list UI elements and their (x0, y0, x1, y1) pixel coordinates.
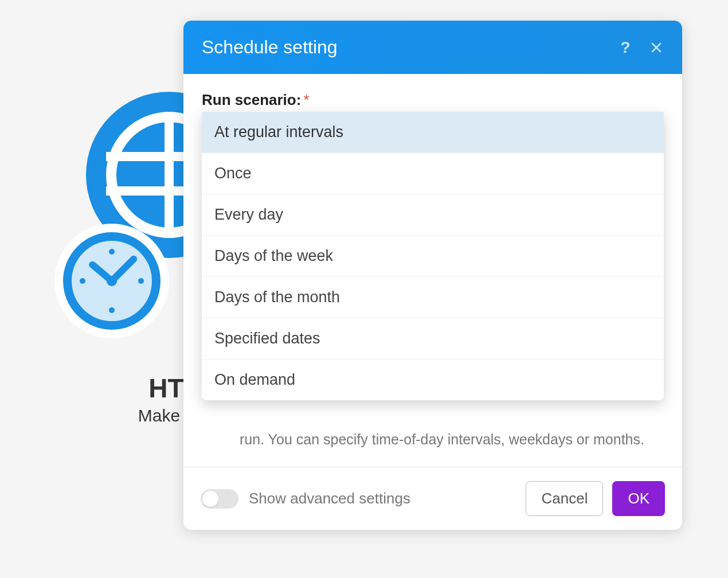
modal-body: Run scenario:* At regular intervals At r… (183, 74, 682, 467)
modal-footer: Show advanced settings Cancel OK (183, 467, 682, 530)
dropdown-option[interactable]: Specified dates (202, 318, 664, 360)
dropdown-option[interactable]: Once (202, 153, 664, 194)
advanced-settings-label: Show advanced settings (249, 490, 410, 507)
run-scenario-label: Run scenario:* (202, 91, 664, 109)
close-icon[interactable] (649, 40, 664, 55)
dropdown-option[interactable]: On demand (202, 360, 664, 400)
dropdown-option[interactable]: Days of the week (202, 236, 664, 277)
dropdown-option[interactable]: Days of the month (202, 277, 664, 318)
dropdown-option[interactable]: At regular intervals (202, 112, 664, 153)
ok-button[interactable]: OK (612, 481, 665, 516)
modal-title: Schedule setting (202, 37, 338, 58)
modal-header: Schedule setting ? (183, 21, 682, 74)
schedule-setting-modal: Schedule setting ? Run scenario:* At reg… (183, 21, 682, 530)
advanced-settings-toggle[interactable] (201, 489, 238, 509)
dropdown-option[interactable]: Every day (202, 194, 664, 236)
run-scenario-dropdown: At regular intervalsOnceEvery dayDays of… (202, 112, 664, 400)
help-icon[interactable]: ? (618, 40, 633, 55)
required-marker: * (303, 91, 309, 108)
cancel-button[interactable]: Cancel (526, 481, 603, 516)
clock-icon (54, 224, 169, 338)
schedule-hint-text: run. You can specify time-of-day interva… (202, 429, 664, 467)
